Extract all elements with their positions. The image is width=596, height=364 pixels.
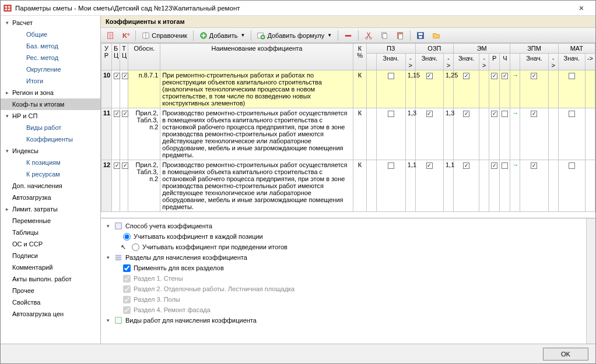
svg-rect-10 bbox=[345, 35, 352, 37]
accounting-method-header: Способ учета коэффициента bbox=[125, 222, 212, 229]
sidebar-item[interactable]: ▸Лимит. затраты bbox=[1, 203, 100, 215]
checkbox[interactable] bbox=[491, 73, 497, 79]
toolbar-btn-2[interactable]: K° bbox=[119, 30, 133, 41]
open-button[interactable] bbox=[429, 30, 444, 41]
svg-rect-20 bbox=[115, 223, 122, 229]
reference-button[interactable]: Справочник bbox=[138, 30, 191, 41]
svg-rect-4 bbox=[8, 8, 10, 10]
sidebar-item[interactable]: Коэффициенты bbox=[1, 133, 100, 145]
check-section-2 bbox=[123, 285, 131, 293]
checkbox[interactable] bbox=[426, 111, 433, 117]
sidebar-item[interactable]: Итоги bbox=[1, 75, 100, 87]
svg-rect-0 bbox=[4, 5, 11, 11]
sidebar-item[interactable]: Прочее bbox=[1, 285, 100, 296]
add-formula-button[interactable]: Добавить формулу▼ bbox=[254, 30, 335, 41]
sidebar-item[interactable]: ▾НР и СП bbox=[1, 110, 100, 122]
checkbox[interactable] bbox=[122, 162, 128, 169]
sidebar-item[interactable]: Подписи bbox=[1, 250, 100, 261]
sidebar-item[interactable]: Округление bbox=[1, 63, 100, 75]
checkbox[interactable] bbox=[531, 73, 537, 79]
add-button[interactable]: Добавить▼ bbox=[196, 30, 249, 41]
sidebar-item[interactable]: ▸Регион и зона bbox=[1, 87, 100, 98]
grid-row[interactable]: 12Прил.2,Табл.3,п.2Производство ремонтно… bbox=[101, 160, 595, 212]
checkbox[interactable] bbox=[463, 73, 469, 79]
checkbox[interactable] bbox=[388, 111, 394, 117]
sidebar-item[interactable]: ▾Индексы bbox=[1, 145, 100, 157]
checkbox[interactable] bbox=[502, 111, 508, 117]
svg-rect-2 bbox=[8, 6, 10, 8]
radio-each-position[interactable] bbox=[123, 233, 131, 241]
sidebar-item[interactable]: К позициям bbox=[1, 157, 100, 168]
sidebar-item[interactable]: ОС и ССР bbox=[1, 238, 100, 250]
checkbox[interactable] bbox=[426, 162, 433, 169]
delete-button[interactable] bbox=[341, 30, 356, 41]
toolbar-btn-1[interactable] bbox=[103, 30, 118, 41]
app-icon bbox=[3, 3, 12, 13]
sidebar-item[interactable]: Общие bbox=[1, 29, 100, 40]
svg-point-11 bbox=[366, 37, 368, 39]
section-header: Коэффициенты к итогам bbox=[101, 16, 595, 28]
save-button[interactable] bbox=[413, 30, 428, 41]
sidebar-item[interactable]: Автозагрузка bbox=[1, 192, 100, 203]
checkbox[interactable] bbox=[463, 162, 469, 169]
svg-rect-18 bbox=[419, 33, 423, 35]
checkbox[interactable] bbox=[569, 162, 575, 169]
checkbox[interactable] bbox=[569, 73, 575, 79]
sidebar-item[interactable]: Комментарий bbox=[1, 261, 100, 273]
copy-button[interactable] bbox=[377, 30, 392, 41]
radio-on-totals[interactable] bbox=[132, 243, 139, 251]
sidebar-item[interactable]: Доп. начисления bbox=[1, 180, 100, 192]
cursor-icon: ↖ bbox=[121, 243, 129, 251]
sidebar-item[interactable]: Таблицы bbox=[1, 227, 100, 238]
sidebar-item[interactable]: Баз. метод bbox=[1, 40, 100, 52]
checkbox[interactable] bbox=[388, 73, 394, 79]
checkbox[interactable] bbox=[502, 162, 508, 169]
options-panel: ▾Способ учета коэффициента Учитывать коэ… bbox=[101, 218, 586, 344]
svg-rect-3 bbox=[5, 8, 8, 10]
checkbox[interactable] bbox=[531, 162, 537, 169]
checkbox[interactable] bbox=[388, 162, 394, 169]
sidebar-tree: ▾РасчетОбщиеБаз. методРес. методОкруглен… bbox=[1, 16, 101, 344]
sidebar-item[interactable]: Автозагрузка цен bbox=[1, 308, 100, 320]
work-types-header: Виды работ для начисления коэффициента bbox=[125, 317, 257, 324]
checkbox[interactable] bbox=[531, 111, 537, 117]
check-all-sections[interactable] bbox=[123, 264, 131, 272]
sidebar-item[interactable]: ▾Расчет bbox=[1, 17, 100, 29]
close-button[interactable]: × bbox=[570, 3, 593, 13]
svg-rect-24 bbox=[115, 317, 122, 324]
checkbox[interactable] bbox=[569, 111, 575, 117]
grid-row[interactable]: 10п.8.7.1При ремонтно-строительных работ… bbox=[101, 70, 595, 108]
checkbox[interactable] bbox=[463, 111, 469, 117]
coefficients-grid[interactable]: У Р Б Ц Т Ц Обосн. Наименование коэффици… bbox=[101, 43, 595, 218]
checkbox[interactable] bbox=[122, 73, 128, 79]
window-title: Параметры сметы - Мои сметы\Детский сад … bbox=[15, 5, 570, 12]
toolbar: K° Справочник Добавить▼ Добавить формулу… bbox=[101, 28, 595, 43]
ok-button[interactable]: OK bbox=[543, 348, 588, 361]
svg-rect-14 bbox=[383, 33, 387, 38]
sidebar-item[interactable]: К ресурсам bbox=[1, 168, 100, 180]
checkbox[interactable] bbox=[491, 111, 497, 117]
sidebar-item[interactable]: Виды работ bbox=[1, 122, 100, 133]
checkbox[interactable] bbox=[491, 162, 497, 169]
sidebar-item[interactable]: Свойства bbox=[1, 296, 100, 308]
checkbox[interactable] bbox=[114, 73, 120, 79]
sidebar-item[interactable]: Коэф-ты к итогам bbox=[1, 98, 100, 110]
checkbox[interactable] bbox=[114, 111, 120, 117]
checkbox[interactable] bbox=[114, 162, 120, 169]
checkbox[interactable] bbox=[122, 111, 128, 117]
checkbox[interactable] bbox=[502, 73, 508, 79]
check-section-1 bbox=[123, 275, 131, 282]
scrollbar[interactable] bbox=[586, 218, 595, 344]
check-section-3 bbox=[123, 296, 131, 303]
svg-point-12 bbox=[370, 37, 372, 39]
check-section-4 bbox=[123, 306, 131, 314]
sidebar-item[interactable]: Акты выполн. работ bbox=[1, 273, 100, 285]
sidebar-item[interactable]: Переменные bbox=[1, 215, 100, 227]
checkbox[interactable] bbox=[426, 73, 433, 79]
cut-button[interactable] bbox=[361, 30, 376, 41]
svg-rect-1 bbox=[5, 6, 8, 8]
grid-row[interactable]: 11Прил.2,Табл.3,п.2Производство ремонтно… bbox=[101, 108, 595, 160]
paste-button[interactable] bbox=[392, 30, 408, 41]
sidebar-item[interactable]: Рес. метод bbox=[1, 52, 100, 63]
sections-icon bbox=[114, 253, 122, 261]
